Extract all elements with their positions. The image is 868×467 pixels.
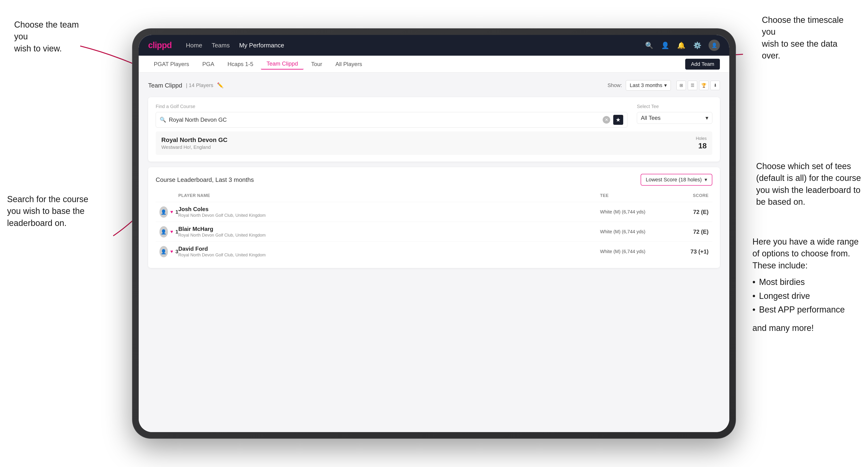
holes-label: Holes: [696, 136, 707, 141]
leaderboard-title: Course Leaderboard, Last 3 months: [156, 176, 254, 184]
chevron-down-icon: ▾: [705, 177, 707, 183]
notification-icon[interactable]: 🔔: [677, 40, 686, 50]
lb-rank-col: 👤 ♥ 1: [159, 226, 178, 238]
course-input-text: Royal North Devon GC: [169, 117, 600, 123]
holes-number: 18: [696, 142, 707, 150]
rank-number: 1: [176, 209, 178, 215]
app-content: clippd Home Teams My Performance 🔍 👤 🔔 ⚙…: [139, 35, 729, 432]
leaderboard-header: Course Leaderboard, Last 3 months Lowest…: [156, 174, 712, 186]
team-name: Team Clippd: [148, 82, 182, 89]
course-search-row: 🔍 Royal North Devon GC ✕ ★: [156, 112, 627, 128]
nav-logo: clippd: [148, 40, 172, 50]
course-result-location: Westward Ho!, England: [161, 145, 227, 150]
edit-icon[interactable]: ✏️: [217, 82, 223, 88]
tee-label: Select Tee: [637, 104, 712, 109]
course-search-card: Find a Golf Course 🔍 Royal North Devon G…: [148, 97, 720, 161]
annotation-left-middle: Search for the course you wish to base t…: [7, 193, 88, 229]
sub-nav-team-clippd[interactable]: Team Clippd: [261, 59, 304, 69]
sub-nav-hcaps[interactable]: Hcaps 1-5: [222, 59, 259, 69]
player-info-col: David Ford Royal North Devon Golf Club, …: [178, 246, 600, 257]
avatar: 👤: [159, 226, 168, 238]
view-icons: ⊞ ☰ 🏆 ⬇: [677, 81, 720, 90]
leaderboard-table: PLAYER NAME TEE SCORE 👤 ♥ 1: [156, 191, 712, 261]
course-result-info: Royal North Devon GC Westward Ho!, Engla…: [161, 136, 227, 150]
table-row: 👤 ♥ 1 Blair McHarg Royal North Devon Gol…: [156, 222, 712, 242]
trophy-view-button[interactable]: 🏆: [699, 81, 709, 90]
ipad-screen: clippd Home Teams My Performance 🔍 👤 🔔 ⚙…: [139, 35, 729, 432]
score-value: 73 (+1): [666, 248, 709, 255]
settings-icon[interactable]: ⚙️: [692, 40, 702, 50]
sub-nav-pga[interactable]: PGA: [197, 59, 220, 69]
bullet-item: Best APP performance: [752, 303, 861, 316]
star-button[interactable]: ★: [613, 115, 623, 125]
sub-nav-all-players[interactable]: All Players: [330, 59, 368, 69]
nav-icons: 🔍 👤 🔔 ⚙️ 👤: [644, 40, 720, 51]
tee-info: White (M) (6,744 yds): [600, 209, 666, 215]
bullet-list: Most birdies Longest drive Best APP perf…: [752, 275, 861, 316]
course-result: Royal North Devon GC Westward Ho!, Engla…: [156, 131, 712, 155]
tee-info: White (M) (6,744 yds): [600, 229, 666, 235]
clear-button[interactable]: ✕: [602, 116, 610, 124]
course-result-name: Royal North Devon GC: [161, 136, 227, 144]
player-info-col: Blair McHarg Royal North Devon Golf Club…: [178, 226, 600, 238]
player-name: David Ford: [178, 246, 266, 252]
player-name: Josh Coles: [178, 206, 266, 213]
tee-section: Select Tee All Tees ▾: [637, 104, 712, 124]
nav-link-home[interactable]: Home: [186, 42, 202, 49]
player-name: Blair McHarg: [178, 226, 266, 232]
bullet-item: Longest drive: [752, 289, 861, 303]
top-nav: clippd Home Teams My Performance 🔍 👤 🔔 ⚙…: [139, 35, 729, 56]
table-row: 👤 ♥ 1 Josh Coles Royal North Devon Golf …: [156, 202, 712, 222]
bullet-item: Most birdies: [752, 275, 861, 289]
sub-nav-pgat[interactable]: PGAT Players: [148, 59, 195, 69]
lb-rank-col: 👤 ♥ 1: [159, 206, 178, 218]
lb-col-score: SCORE: [666, 193, 709, 198]
avatar: 👤: [159, 246, 168, 257]
user-icon[interactable]: 👤: [660, 40, 670, 50]
holes-badge: Holes 18: [696, 136, 707, 150]
list-view-button[interactable]: ☰: [688, 81, 697, 90]
download-button[interactable]: ⬇: [710, 81, 720, 90]
annotation-right-bottom: Here you have a wide range of options to…: [752, 236, 861, 334]
player-club: Royal North Devon Golf Club, United King…: [178, 213, 266, 218]
nav-link-teams[interactable]: Teams: [212, 42, 230, 49]
lb-col-headers: PLAYER NAME TEE SCORE: [156, 191, 712, 200]
search-icon[interactable]: 🔍: [644, 40, 654, 50]
and-more: and many more!: [752, 322, 861, 334]
show-label: Show:: [608, 82, 622, 88]
ipad-device: clippd Home Teams My Performance 🔍 👤 🔔 ⚙…: [132, 28, 736, 439]
star-icon: ★: [616, 117, 621, 123]
add-team-button[interactable]: Add Team: [685, 59, 720, 69]
show-dropdown[interactable]: Last 3 months ▾: [626, 80, 671, 91]
score-value: 72 (E): [666, 209, 709, 215]
tee-dropdown[interactable]: All Tees ▾: [637, 112, 712, 124]
annotation-right-middle: Choose which set of tees (default is all…: [756, 160, 861, 208]
tee-info: White (M) (6,744 yds): [600, 249, 666, 254]
rank-number: 1: [176, 229, 178, 235]
heart-icon[interactable]: ♥: [170, 209, 173, 215]
chevron-down-icon: ▾: [664, 82, 667, 88]
avatar[interactable]: 👤: [709, 40, 720, 51]
nav-link-my-performance[interactable]: My Performance: [239, 42, 284, 49]
annotation-top-left: Choose the team you wish to view.: [14, 19, 94, 55]
team-title: Team Clippd | 14 Players ✏️: [148, 82, 223, 89]
search-icon: 🔍: [160, 117, 166, 123]
sub-nav-tour[interactable]: Tour: [305, 59, 328, 69]
lb-rank-col: 👤 ♥ 3: [159, 246, 178, 257]
chevron-down-icon: ▾: [706, 115, 708, 121]
lb-col-rank: [159, 193, 178, 198]
rank-number: 3: [176, 249, 178, 255]
find-course-label: Find a Golf Course: [156, 104, 627, 109]
heart-icon[interactable]: ♥: [170, 249, 173, 254]
score-type-dropdown[interactable]: Lowest Score (18 holes) ▾: [641, 174, 712, 186]
heart-icon[interactable]: ♥: [170, 229, 173, 235]
team-header: Team Clippd | 14 Players ✏️ Show: Last 3…: [148, 80, 720, 91]
lb-col-tee: TEE: [600, 193, 666, 198]
main-content: Team Clippd | 14 Players ✏️ Show: Last 3…: [139, 73, 729, 432]
grid-view-button[interactable]: ⊞: [677, 81, 686, 90]
show-controls: Show: Last 3 months ▾ ⊞ ☰ 🏆 ⬇: [608, 80, 720, 91]
score-value: 72 (E): [666, 228, 709, 235]
player-club: Royal North Devon Golf Club, United King…: [178, 233, 266, 238]
player-count: | 14 Players: [186, 82, 214, 88]
course-search-input-wrap[interactable]: 🔍 Royal North Devon GC ✕ ★: [156, 112, 627, 128]
